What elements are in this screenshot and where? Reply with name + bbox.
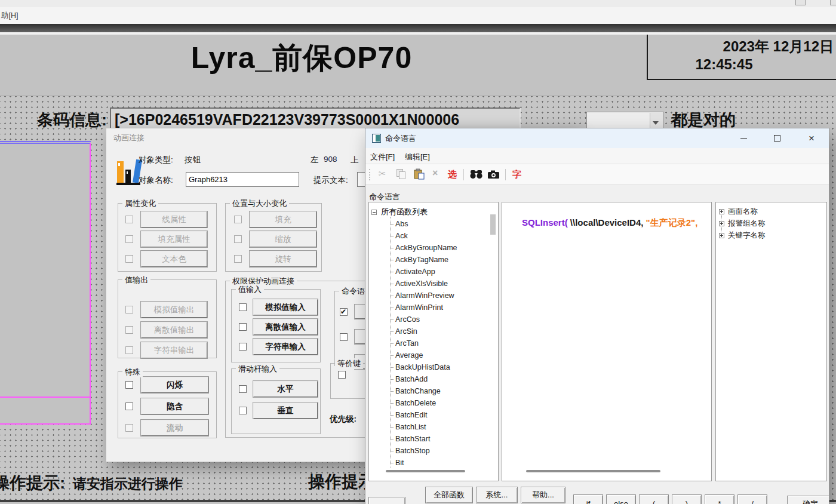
function-tree-item[interactable]: BackUpHistData — [369, 361, 488, 373]
function-tree-item[interactable]: ArcCos — [369, 314, 488, 325]
function-tree-item[interactable]: AckByGroupName — [369, 242, 488, 254]
option-checkbox[interactable] — [125, 346, 133, 354]
option-checkbox[interactable] — [234, 235, 242, 243]
option-checkbox[interactable] — [239, 343, 247, 351]
maximize-button[interactable] — [765, 128, 789, 148]
option-button[interactable]: 填充属性 — [141, 231, 207, 247]
option-button[interactable]: 闪烁 — [141, 377, 208, 393]
option-button[interactable]: 离散值输出 — [141, 322, 207, 338]
window-close-button-partial[interactable] — [830, 0, 836, 5]
option-checkbox[interactable] — [125, 216, 133, 223]
window-restore-button-partial[interactable] — [795, 0, 806, 5]
option-button[interactable]: 旋转 — [250, 251, 316, 267]
option-checkbox[interactable] — [239, 385, 247, 393]
delete-icon[interactable]: × — [432, 168, 438, 179]
expand-plus-icon[interactable] — [719, 233, 724, 238]
function-tree-item[interactable]: BatchDelete — [369, 397, 488, 409]
operator-button[interactable]: ) — [672, 494, 702, 504]
option-checkbox[interactable] — [125, 235, 133, 243]
option-checkbox[interactable] — [239, 303, 247, 311]
names-tree-panel[interactable]: 画面名称 报警组名称 关键字名称 — [715, 202, 827, 481]
option-checkbox[interactable] — [340, 333, 348, 341]
option-button[interactable]: 字符串输出 — [141, 342, 207, 358]
function-tree-item[interactable]: BatchEdit — [369, 409, 488, 421]
option-checkbox[interactable] — [125, 326, 133, 334]
operator-button[interactable]: / — [737, 494, 767, 504]
function-tree-panel[interactable]: 所有函数列表 AbsAckAckByGroupNameAckByTagNameA… — [368, 202, 499, 481]
option-checkbox[interactable] — [125, 381, 133, 389]
option-checkbox[interactable] — [125, 402, 133, 410]
option-checkbox[interactable] — [340, 308, 348, 316]
function-tree-item[interactable]: ArcSin — [369, 325, 488, 337]
operator-button[interactable]: * — [705, 494, 734, 504]
menu-file[interactable]: 文件[F] — [370, 152, 395, 162]
function-tree-item[interactable]: AckByTagName — [369, 254, 488, 266]
function-tree-item[interactable]: BatchList — [369, 421, 488, 433]
operator-button[interactable]: if — [573, 494, 603, 504]
editor-horizontal-scrollbar[interactable] — [526, 470, 660, 472]
function-tree-item[interactable]: ActivateApp — [369, 266, 488, 278]
operator-button[interactable]: else — [606, 494, 636, 504]
cut-icon[interactable]: ✂ — [379, 168, 386, 179]
all-functions-button[interactable]: 全部函数 — [425, 487, 473, 503]
function-tree-item[interactable]: Bit — [369, 457, 488, 469]
function-tree-item[interactable]: AlarmWinPrint — [369, 302, 488, 314]
find-binoculars-icon[interactable] — [469, 169, 483, 179]
minimize-button[interactable] — [732, 128, 755, 148]
option-checkbox[interactable] — [239, 323, 247, 331]
font-tool-label[interactable]: 字 — [512, 169, 521, 180]
function-tree-item[interactable]: ArcTan — [369, 337, 488, 349]
function-tree-item[interactable]: AlarmWinPreview — [369, 290, 488, 302]
option-checkbox[interactable] — [125, 306, 133, 314]
function-tree-item[interactable]: ActiveXlsVisible — [369, 278, 488, 290]
script-editor-panel[interactable]: SQLInsert( \\local\DeviceID4, "生产记录2", — [502, 202, 712, 481]
function-tree-root[interactable]: 所有函数列表 — [371, 206, 428, 218]
script-code-line[interactable]: SQLInsert( \\local\DeviceID4, "生产记录2", — [507, 207, 697, 239]
function-tree-item[interactable]: BatchStop — [369, 445, 488, 457]
option-checkbox[interactable] — [239, 407, 247, 414]
names-tree-item[interactable]: 画面名称 — [719, 205, 766, 217]
menu-edit[interactable]: 编辑[E] — [405, 152, 430, 162]
function-tree-item[interactable]: BatchAdd — [369, 373, 488, 385]
option-button[interactable]: 字符串输入 — [253, 339, 318, 355]
option-checkbox[interactable] — [125, 424, 133, 432]
operator-button[interactable]: ( — [639, 494, 669, 504]
option-button[interactable]: 流动 — [141, 420, 208, 436]
option-button[interactable]: 线属性 — [141, 211, 207, 228]
option-button[interactable]: 垂直 — [253, 402, 318, 419]
function-tree-item[interactable]: BatchChange — [369, 385, 488, 397]
function-tree-item[interactable]: Abs — [369, 218, 488, 230]
option-checkbox[interactable] — [338, 371, 346, 379]
window-titlebar[interactable]: 命令语言 × — [365, 128, 829, 148]
camera-icon[interactable] — [487, 170, 500, 179]
close-button[interactable]: × — [800, 128, 823, 148]
expand-plus-icon[interactable] — [719, 209, 724, 214]
pos-left-value[interactable]: 908 — [324, 155, 337, 164]
selected-graphic-object[interactable] — [0, 143, 91, 425]
option-button[interactable]: 模拟值输出 — [141, 302, 207, 318]
option-button[interactable]: 隐含 — [141, 398, 208, 414]
menu-help-item[interactable]: 助[H] — [1, 11, 18, 21]
function-tree-item[interactable]: Average — [369, 349, 488, 361]
select-tool-label[interactable]: 选 — [448, 169, 457, 180]
expand-plus-icon[interactable] — [719, 221, 724, 226]
collapse-minus-icon[interactable] — [371, 210, 377, 215]
option-button[interactable]: 填充 — [250, 211, 316, 228]
ok-button[interactable]: 确定 — [787, 496, 829, 504]
tree-horizontal-scrollbar[interactable] — [386, 470, 465, 472]
partial-button[interactable] — [368, 497, 405, 504]
system-functions-button[interactable]: 系统... — [476, 487, 518, 503]
tree-vertical-scrollbar[interactable] — [490, 214, 496, 235]
option-checkbox[interactable] — [234, 255, 242, 263]
option-button[interactable]: 水平 — [253, 381, 318, 397]
paste-icon[interactable] — [413, 168, 425, 180]
object-name-input[interactable] — [186, 172, 299, 187]
names-tree-item[interactable]: 关键字名称 — [719, 229, 766, 241]
function-tree-item[interactable]: BatchStart — [369, 433, 488, 445]
option-checkbox[interactable] — [234, 216, 242, 223]
combo-dropdown-button[interactable] — [650, 113, 663, 130]
option-checkbox[interactable] — [125, 255, 133, 263]
help-functions-button[interactable]: 帮助... — [521, 487, 565, 503]
option-button[interactable]: 缩放 — [250, 231, 316, 247]
option-button[interactable]: 模拟值输入 — [253, 299, 318, 315]
